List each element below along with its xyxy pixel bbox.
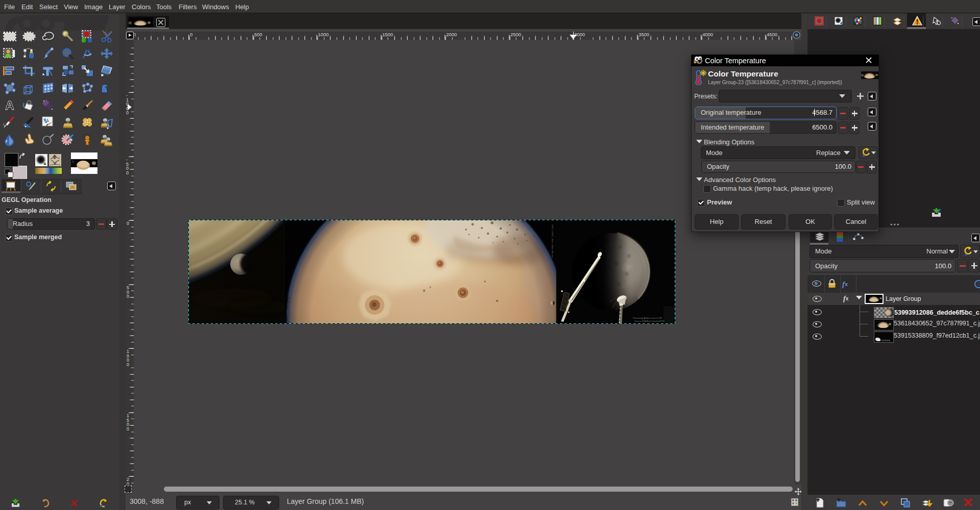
svg-text:A: A — [5, 98, 14, 112]
svg-text:+: + — [43, 161, 46, 166]
